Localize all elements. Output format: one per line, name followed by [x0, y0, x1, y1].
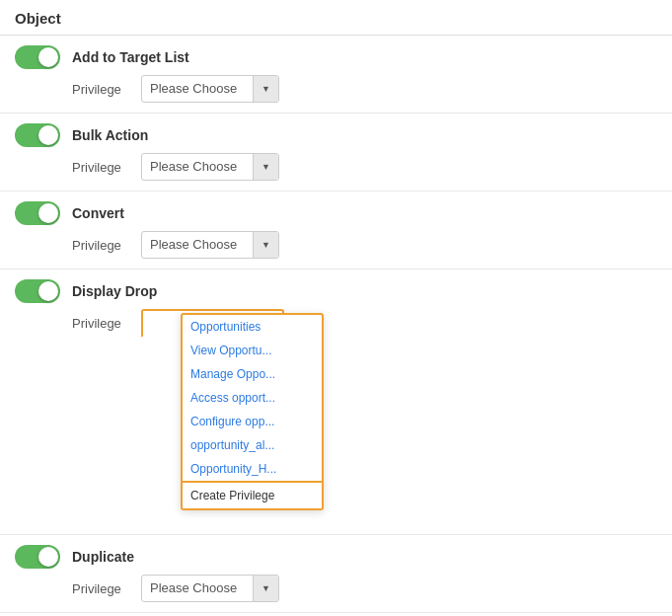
dropdown-item-5[interactable]: opportunity_al...: [183, 433, 322, 457]
toggle-display-dropdown[interactable]: [15, 279, 60, 303]
toggle-add-to-target-list[interactable]: [15, 45, 60, 69]
row-title-bulk-action: Bulk Action: [72, 127, 148, 143]
dropdown-item-2[interactable]: Manage Oppo...: [183, 362, 322, 386]
select-text: Please Choose: [142, 153, 253, 181]
privilege-row-convert: Privilege Please Choose: [72, 231, 657, 259]
privilege-select-duplicate[interactable]: Please Choose: [141, 575, 279, 602]
privilege-label: Privilege: [72, 238, 141, 253]
row-title-display-dropdown: Display Drop: [72, 283, 157, 299]
dropdown-item-3[interactable]: Access opport...: [183, 386, 322, 410]
privilege-row-add-to-target-list: Privilege Please Choose: [72, 75, 657, 103]
row-header: Display Drop: [15, 279, 657, 303]
create-privilege-button[interactable]: Create Privilege: [183, 481, 322, 508]
page-container: Object Add to Target List Privilege Plea…: [0, 0, 672, 616]
row-add-to-target-list: Add to Target List Privilege Please Choo…: [0, 36, 672, 114]
row-title-duplicate: Duplicate: [72, 549, 134, 565]
section-title: Object: [15, 10, 61, 27]
privilege-label: Privilege: [72, 82, 141, 97]
dropdown-item-0[interactable]: Opportunities: [183, 315, 322, 339]
select-arrow[interactable]: [253, 75, 278, 103]
toggle-bulk-action[interactable]: [15, 123, 60, 147]
dropdown-panel: Opportunities View Opportu... Manage Opp…: [181, 313, 324, 510]
dropdown-item-1[interactable]: View Opportu...: [183, 339, 322, 362]
select-text: Please Choose: [142, 231, 253, 259]
dropdown-item-4[interactable]: Configure opp...: [183, 410, 322, 433]
privilege-label: Privilege: [72, 316, 141, 331]
toggle-duplicate[interactable]: [15, 545, 60, 569]
select-arrow[interactable]: [253, 231, 278, 259]
row-duplicate: Duplicate Privilege Please Choose: [0, 535, 672, 613]
privilege-label: Privilege: [72, 581, 141, 596]
dropdown-item-6[interactable]: Opportunity_H...: [183, 457, 322, 481]
privilege-select-convert[interactable]: Please Choose: [141, 231, 279, 259]
select-text: Please Choose: [142, 575, 253, 602]
row-display-dropdown: Display Drop Privilege 🔍 Opportunities V…: [0, 270, 672, 535]
privilege-row-display-dropdown: Privilege 🔍: [72, 309, 657, 337]
row-header: Duplicate: [15, 545, 657, 569]
select-arrow[interactable]: [253, 153, 278, 181]
section-header: Object: [0, 0, 672, 36]
privilege-select-bulk-action[interactable]: Please Choose: [141, 153, 279, 181]
row-bulk-action: Bulk Action Privilege Please Choose: [0, 114, 672, 192]
privilege-select-add-to-target-list[interactable]: Please Choose: [141, 75, 279, 103]
privilege-row-bulk-action: Privilege Please Choose: [72, 153, 657, 181]
row-header: Convert: [15, 201, 657, 225]
row-title-add-to-target-list: Add to Target List: [72, 49, 189, 65]
row-header: Bulk Action: [15, 123, 657, 147]
privilege-label: Privilege: [72, 160, 141, 175]
select-arrow[interactable]: [253, 575, 278, 602]
privilege-row-duplicate: Privilege Please Choose: [72, 575, 657, 602]
select-text: Please Choose: [142, 75, 253, 103]
row-title-convert: Convert: [72, 205, 124, 221]
row-convert: Convert Privilege Please Choose: [0, 192, 672, 270]
dropdown-list: Opportunities View Opportu... Manage Opp…: [183, 315, 322, 481]
row-header: Add to Target List: [15, 45, 657, 69]
toggle-convert[interactable]: [15, 201, 60, 225]
